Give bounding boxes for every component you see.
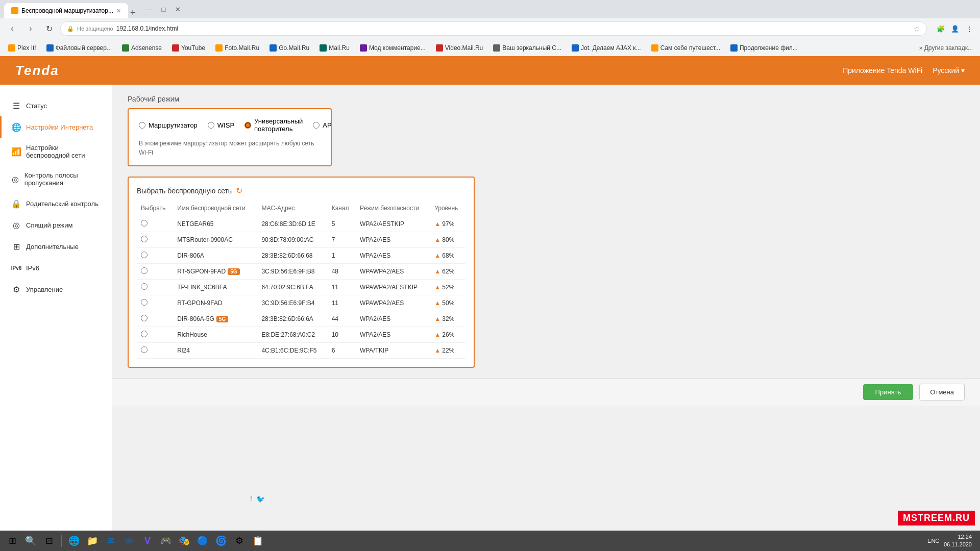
chrome-icon[interactable]: 🔵 xyxy=(194,533,211,549)
signal-pct: 32% xyxy=(442,315,454,322)
table-row[interactable]: Rl24 4C:B1:6C:DE:9C:F5 6 WPA/TKIP ▲ 22% xyxy=(137,343,465,359)
reload-button[interactable]: ↻ xyxy=(42,21,56,36)
network-radio-8[interactable] xyxy=(141,346,148,353)
network-level-cell: ▲ 62% xyxy=(430,264,465,280)
network-name-cell: RT-5GPON-9FAD5G xyxy=(173,264,257,280)
clipboard-icon[interactable]: 📋 xyxy=(250,533,266,549)
network-radio-6[interactable] xyxy=(141,315,148,321)
network-name-cell: DIR-806A-5G5G xyxy=(173,311,257,327)
bookmark-videomailru[interactable]: Video.Mail.Ru xyxy=(432,42,487,54)
settings-icon[interactable]: ⚙ xyxy=(231,533,248,549)
sidebar-item-status[interactable]: ☰ Статус xyxy=(0,95,112,116)
bookmark-youtube[interactable]: YouTube xyxy=(168,42,209,54)
twitter-icon[interactable]: 🐦 xyxy=(256,495,265,503)
table-row[interactable]: DIR-806A-5G5G 28:3B:82:6D:66:6A 44 WPA2/… xyxy=(137,311,465,327)
table-row[interactable]: RT-GPON-9FAD 3C:9D:56:E6:9F:B4 11 WPAWPA… xyxy=(137,295,465,311)
col-header-channel: Канал xyxy=(328,203,356,216)
bookmark-jot[interactable]: Jot. Делаем AJAX к... xyxy=(568,42,645,54)
radio-ap[interactable]: AP xyxy=(313,121,331,129)
tab-close-button[interactable]: ✕ xyxy=(116,8,121,14)
profile-icon[interactable]: 👤 xyxy=(949,23,961,34)
network-channel-cell: 5 xyxy=(328,216,356,232)
more-bookmarks-button[interactable]: » Другие закладк... xyxy=(916,42,976,54)
sidebar-item-sleep[interactable]: ◎ Спящий режим xyxy=(0,214,112,236)
bookmarks-bar: Plex It! Файловый сервер... Adsenense Yo… xyxy=(0,39,980,56)
radio-repeater[interactable]: Универсальный повторитель xyxy=(244,117,303,133)
table-row[interactable]: TP-LINK_9C6BFA 64:70:02:9C:6B:FA 11 WPAW… xyxy=(137,280,465,295)
sidebar-item-internet[interactable]: 🌐 Настройки Интернета xyxy=(0,116,112,138)
signal-icon: ▲ xyxy=(434,299,440,307)
bookmark-mirror[interactable]: Ваш зеркальный С... xyxy=(489,42,566,54)
sidebar-item-wifi[interactable]: 📶 Настройки беспроводной сети xyxy=(0,138,112,165)
table-row[interactable]: DIR-806A 28:3B:82:6D:66:68 1 WPA2/AES ▲ … xyxy=(137,248,465,264)
sidebar-item-manage[interactable]: ⚙ Управление xyxy=(0,279,112,300)
network-radio-2[interactable] xyxy=(141,252,148,258)
tab-title: Беспроводной маршрутизатор... xyxy=(21,7,113,14)
sidebar-item-advanced[interactable]: ⊞ Дополнительные xyxy=(0,236,112,257)
bookmark-fileserver[interactable]: Файловый сервер... xyxy=(42,42,116,54)
cancel-button[interactable]: Отмена xyxy=(919,384,965,400)
extensions-icon[interactable]: 🧩 xyxy=(935,23,946,34)
forward-button[interactable]: › xyxy=(23,21,38,36)
language-selector[interactable]: Русский ▾ xyxy=(933,66,965,74)
network-radio-1[interactable] xyxy=(141,236,148,242)
table-row[interactable]: RT-5GPON-9FAD5G 3C:9D:56:E6:9F:B8 48 WPA… xyxy=(137,264,465,280)
search-button[interactable]: 🔍 xyxy=(22,533,39,549)
gaming-icon[interactable]: 🎮 xyxy=(158,533,174,549)
edge-icon[interactable]: 🌐 xyxy=(66,533,82,549)
network-mac-cell: E8:DE:27:68:A0:C2 xyxy=(257,327,327,343)
network-section-title: Выбрать беспроводную сеть xyxy=(137,187,232,195)
bookmark-travel[interactable]: Сам себе путешест... xyxy=(647,42,724,54)
network-radio-4[interactable] xyxy=(141,283,148,290)
social-footer: f 🐦 xyxy=(250,495,265,503)
start-button[interactable]: ⊞ xyxy=(4,533,20,549)
app-icon[interactable]: 🌀 xyxy=(213,533,229,549)
5g-tag: 5G xyxy=(216,316,228,322)
explorer-icon[interactable]: 📁 xyxy=(84,533,101,549)
word-icon[interactable]: W xyxy=(121,533,137,549)
facebook-icon[interactable]: f xyxy=(250,495,252,503)
new-tab-button[interactable]: + xyxy=(130,8,136,18)
minimize-button[interactable]: — xyxy=(144,4,155,15)
network-radio-0[interactable] xyxy=(141,220,148,227)
table-row[interactable]: NETGEAR65 28:C6:8E:3D:6D:1E 5 WPA2/AESTK… xyxy=(137,216,465,232)
task-view-button[interactable]: ⊟ xyxy=(41,533,57,549)
bookmark-mod[interactable]: Мод комментарие... xyxy=(356,42,430,54)
menu-icon[interactable]: ⋮ xyxy=(964,23,975,34)
network-radio-5[interactable] xyxy=(141,299,148,306)
bookmark-favicon xyxy=(8,44,15,52)
radio-router[interactable]: Маршрутизатор xyxy=(139,121,198,129)
bookmark-adsenense[interactable]: Adsenense xyxy=(118,42,166,54)
bookmark-gomailru[interactable]: Go.Mail.Ru xyxy=(265,42,313,54)
table-row[interactable]: RichHouse E8:DE:27:68:A0:C2 10 WPA2/AES … xyxy=(137,327,465,343)
active-tab[interactable]: Беспроводной маршрутизатор... ✕ xyxy=(4,3,128,18)
v-icon[interactable]: V xyxy=(139,533,156,549)
accept-button[interactable]: Принять xyxy=(863,384,914,400)
table-row[interactable]: MTSRouter-0900AC 90:8D:78:09:00:AC 7 WPA… xyxy=(137,232,465,248)
bookmark-favicon xyxy=(651,44,658,52)
refresh-icon[interactable]: ↻ xyxy=(236,186,242,195)
bookmark-fotomailru[interactable]: Foto.Mail.Ru xyxy=(211,42,263,54)
mail-icon[interactable]: ✉ xyxy=(103,533,119,549)
bookmark-star-icon[interactable]: ☆ xyxy=(914,24,920,33)
close-button[interactable]: ✕ xyxy=(173,4,184,15)
sidebar-item-parental[interactable]: 🔒 Родительский контроль xyxy=(0,193,112,214)
bookmark-film[interactable]: Продолжение фил... xyxy=(726,42,802,54)
network-level-cell: ▲ 50% xyxy=(430,295,465,311)
sidebar-item-ipv6[interactable]: IPv6 IPv6 xyxy=(0,257,112,279)
tenda-app-link[interactable]: Приложение Tenda WiFi xyxy=(843,66,922,74)
bookmark-mailru[interactable]: Mail.Ru xyxy=(315,42,354,54)
maximize-button[interactable]: □ xyxy=(158,4,169,15)
sidebar-item-bandwidth[interactable]: ◎ Контроль полосы пропускания xyxy=(0,165,112,193)
network-name-cell: TP-LINK_9C6BFA xyxy=(173,280,257,295)
network-radio-3[interactable] xyxy=(141,267,148,274)
bookmark-plex[interactable]: Plex It! xyxy=(4,42,40,54)
address-bar[interactable]: 🔒 Не защищено 192.168.0.1/index.html ☆ xyxy=(60,21,927,36)
radio-wisp[interactable]: WISP xyxy=(208,121,234,129)
network-channel-cell: 11 xyxy=(328,295,356,311)
network-radio-7[interactable] xyxy=(141,331,148,337)
bookmark-label: Plex It! xyxy=(17,44,36,52)
bookmark-label: Foto.Mail.Ru xyxy=(225,44,259,52)
back-button[interactable]: ‹ xyxy=(5,21,19,36)
music-icon[interactable]: 🎭 xyxy=(176,533,192,549)
